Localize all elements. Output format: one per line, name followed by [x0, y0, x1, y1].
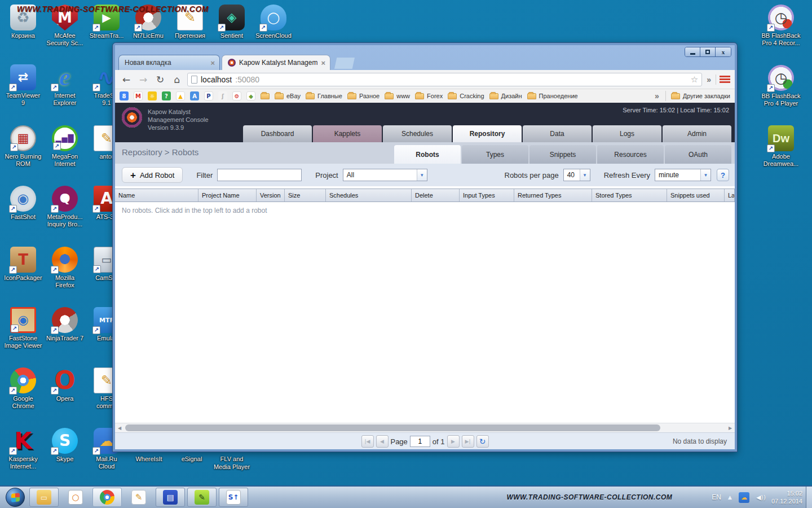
bookmark-gear[interactable]: ⚙: [232, 91, 241, 100]
desktop-icon-pretenziya[interactable]: ✎Претензия: [169, 5, 211, 40]
scrollbar-thumb[interactable]: [125, 424, 660, 431]
column-header-version[interactable]: Version: [257, 189, 285, 202]
desktop-icon-fastshot[interactable]: ◉↗FastShot: [2, 186, 44, 221]
desktop-icon-streamtra[interactable]: ▶↗StreamTra...: [86, 5, 127, 40]
column-header-schedules[interactable]: Schedules: [326, 189, 412, 202]
start-button[interactable]: [6, 488, 25, 507]
bookmark-folder-www[interactable]: www: [385, 93, 410, 99]
project-select[interactable]: All ▾: [343, 169, 427, 181]
tab-data[interactable]: Data: [523, 125, 592, 142]
bookmark-feather[interactable]: ʃ: [218, 91, 227, 100]
chrome-menu-icon[interactable]: [720, 76, 730, 83]
desktop-icon-mozilla-firefox[interactable]: ↗MozillaFirefox: [44, 247, 86, 289]
refresh-every-select[interactable]: minute ▾: [655, 169, 711, 181]
desktop-icon-internet-explorer[interactable]: e↗InternetExplorer: [44, 64, 86, 107]
bookmark-folder-icon[interactable]: [261, 93, 270, 99]
desktop-icon-flv-media-player[interactable]: FLV andMedia Player: [201, 455, 263, 471]
desktop-icon-opera[interactable]: O↗Opera: [44, 367, 86, 402]
desktop-icon-adobe-dreamweaver[interactable]: Dw↗AdobeDreamwea...: [760, 125, 802, 168]
bookmark-folder-разное[interactable]: Разное: [347, 93, 379, 99]
add-robot-button[interactable]: + Add Robot: [122, 167, 183, 183]
column-header-las[interactable]: Las: [725, 189, 735, 202]
bookmark-folder-дизайн[interactable]: Дизайн: [489, 93, 522, 99]
column-header-name[interactable]: Name: [115, 189, 198, 202]
close-button[interactable]: x: [716, 47, 731, 56]
bookmark-folder-cracking[interactable]: Cracking: [448, 93, 484, 99]
bookmark-translate[interactable]: A: [190, 91, 199, 100]
subtab-types[interactable]: Types: [462, 145, 528, 164]
volume-icon[interactable]: ◀)): [756, 494, 766, 501]
tab-kapplets[interactable]: Kapplets: [313, 125, 382, 142]
bookmarks-overflow-button[interactable]: »: [654, 91, 660, 100]
column-header-snippets-used[interactable]: Snippets used: [667, 189, 725, 202]
first-page-button[interactable]: |◀: [361, 435, 373, 448]
forward-button[interactable]: →: [136, 73, 150, 86]
desktop-icon-nero-burning-rom[interactable]: ▦↗Nero BurningROM: [2, 125, 44, 168]
bookmark-lightbulb[interactable]: ☼: [148, 91, 157, 100]
filter-input[interactable]: [217, 169, 302, 181]
home-button[interactable]: ⌂: [170, 73, 184, 86]
desktop-icon-screencloud[interactable]: ◯↗ScreenCloud: [253, 5, 294, 40]
tab-logs[interactable]: Logs: [593, 125, 661, 142]
bookmark-google[interactable]: 8: [120, 91, 129, 100]
desktop-icon-ninjatrader-7[interactable]: ↗NinjaTrader 7: [44, 307, 86, 342]
bookmark-plugin[interactable]: ◆: [246, 91, 255, 100]
taskbar-button-floppy-app[interactable]: ▤: [156, 488, 185, 507]
column-header-project-name[interactable]: Project Name: [198, 189, 257, 202]
desktop-icon-mcafee[interactable]: M↗McAfeeSecurity Sc...: [44, 5, 86, 47]
taskbar-button-notepad[interactable]: ✎: [124, 488, 153, 507]
tray-expand-icon[interactable]: ▲: [728, 494, 732, 500]
column-header-returned-types[interactable]: Returned Types: [514, 189, 592, 202]
reload-button[interactable]: ↻: [153, 73, 167, 86]
column-header-delete[interactable]: Delete: [412, 189, 460, 202]
tab-schedules[interactable]: Schedules: [383, 125, 452, 142]
bookmark-gmail[interactable]: M: [134, 91, 143, 100]
help-button[interactable]: ?: [717, 169, 729, 181]
desktop-icon-iconpackager[interactable]: T↗IconPackager: [2, 247, 44, 282]
tab-close-icon[interactable]: ×: [210, 59, 215, 67]
bookmark-google-drive[interactable]: ▲: [176, 91, 185, 100]
window-titlebar[interactable]: Новая вкладка×Kapow Katalyst Managem× x: [115, 45, 735, 70]
desktop-icon-metaproducts-inquiry[interactable]: Q↗MetaProdu...Inquiry Bro...: [44, 186, 86, 228]
bookmark-folder-forex[interactable]: Forex: [415, 93, 443, 99]
tab-repository[interactable]: Repository: [453, 125, 522, 142]
tray-clock[interactable]: 15:02 07.12.2014: [771, 489, 802, 505]
desktop-icon-kaspersky[interactable]: K↗KasperskyInternet...: [2, 428, 44, 470]
show-desktop-button[interactable]: [806, 487, 812, 508]
desktop-icon-bb-flashback-player[interactable]: ◷↗BB FlashBackPro 4 Player: [760, 65, 802, 107]
taskbar-button-strokeit[interactable]: S↑: [219, 488, 248, 507]
scroll-right-arrow[interactable]: ▶: [726, 423, 735, 432]
tab-admin[interactable]: Admin: [663, 125, 731, 142]
url-input[interactable]: localhost :50080 ☆: [187, 73, 702, 86]
per-page-select[interactable]: 40 ▾: [563, 169, 590, 181]
refresh-button[interactable]: ↻: [476, 435, 489, 448]
subtab-oauth[interactable]: OAuth: [665, 145, 731, 164]
bookmark-paypal[interactable]: P: [204, 91, 213, 100]
prev-page-button[interactable]: ◀: [376, 435, 388, 448]
bookmark-folder-праноедение[interactable]: Праноедение: [527, 93, 578, 99]
minimize-button[interactable]: [685, 47, 700, 56]
other-bookmarks-button[interactable]: Другие закладки: [671, 93, 730, 99]
tab-dashboard[interactable]: Dashboard: [243, 125, 312, 142]
extensions-overflow-button[interactable]: »: [705, 75, 712, 84]
desktop-icon-sentient-trader[interactable]: ◈↗Sentient: [211, 5, 253, 40]
page-input[interactable]: [410, 436, 430, 447]
column-header-stored-types[interactable]: Stored Types: [592, 189, 667, 202]
taskbar-button-explorer[interactable]: ▭: [29, 488, 59, 507]
browser-tab-2[interactable]: Kapow Katalyst Managem×: [222, 55, 330, 70]
browser-tab-1[interactable]: Новая вкладка×: [118, 55, 220, 70]
desktop-icon-skype[interactable]: S↗Skype: [44, 428, 86, 463]
scroll-left-arrow[interactable]: ◀: [115, 423, 124, 432]
subtab-robots[interactable]: Robots: [394, 145, 461, 164]
subtab-resources[interactable]: Resources: [597, 145, 664, 164]
bookmark-folder-главные[interactable]: Главные: [306, 93, 342, 99]
back-button[interactable]: ←: [120, 73, 133, 86]
desktop-icon-google-chrome[interactable]: ↗GoogleChrome: [2, 367, 44, 410]
column-header-size[interactable]: Size: [285, 189, 326, 202]
desktop-icon-nt7licemu[interactable]: ↗Nt7LicEmu: [127, 5, 169, 40]
mailru-cloud-tray-icon[interactable]: ☁: [739, 492, 749, 503]
taskbar-button-chrome[interactable]: [92, 488, 122, 507]
subtab-snippets[interactable]: Snippets: [529, 145, 596, 164]
desktop-icon-megafon-internet[interactable]: ▂▅█↗MegaFonInternet: [44, 125, 86, 168]
bookmark-help[interactable]: ?: [162, 91, 171, 100]
